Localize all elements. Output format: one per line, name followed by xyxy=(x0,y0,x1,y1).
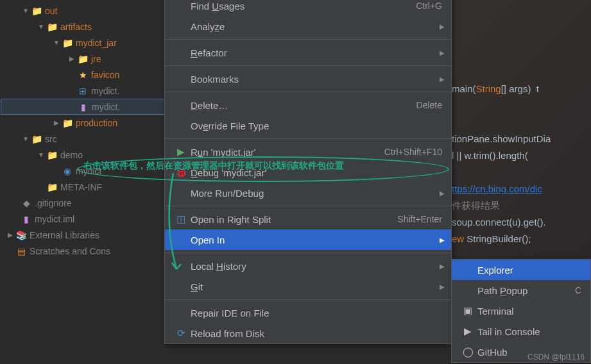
menu-local-history[interactable]: Local History▶ xyxy=(165,256,451,276)
submenu-explorer[interactable]: Explorer xyxy=(452,260,590,280)
menu-git[interactable]: Git▶ xyxy=(165,276,451,297)
terminal-icon: ▣ xyxy=(461,305,475,317)
tree-item-production[interactable]: ▶📁production xyxy=(0,115,167,131)
submenu-tail-console[interactable]: ▶Tail in Console xyxy=(452,321,590,342)
menu-open-right-split[interactable]: ◫Open in Right SplitShift+Enter xyxy=(165,209,451,229)
submenu-terminal[interactable]: ▣Terminal xyxy=(452,301,590,321)
tree-item-external-libraries[interactable]: ▶📚External Libraries xyxy=(0,227,167,243)
menu-repair-ide[interactable]: Repair IDE on File xyxy=(165,302,451,323)
tree-item-mydict-jar-file[interactable]: ▮mydict. xyxy=(1,99,167,115)
run-icon: ▶ xyxy=(174,146,188,158)
menu-analyze[interactable]: Analyze▶ xyxy=(165,16,451,37)
project-tree: ▼📁out ▼📁artifacts ▼📁mydict_jar ▶📁jre ★fa… xyxy=(0,0,167,364)
menu-run[interactable]: ▶Run 'mydict.jar'Ctrl+Shift+F10 xyxy=(165,142,451,162)
submenu-path-popup[interactable]: Path PopupC xyxy=(452,280,590,301)
menu-find-usages[interactable]: Find UsagesCtrl+G xyxy=(165,0,451,16)
tree-item-meta-inf[interactable]: 📁META-INF xyxy=(0,179,167,195)
menu-bookmarks[interactable]: Bookmarks▶ xyxy=(165,69,451,89)
tree-item-src[interactable]: ▼📁src xyxy=(0,131,167,147)
code-editor: main(String[] args) t tionPane.showInput… xyxy=(452,64,551,247)
split-icon: ◫ xyxy=(174,213,188,225)
tree-item-gitignore[interactable]: ◆.gitignore xyxy=(0,195,167,211)
tree-item-mydict-exe[interactable]: ⊞mydict. xyxy=(0,83,167,99)
annotation-text: 右击该软件包，然后在资源管理器中打开就可以找到该软件包位置 xyxy=(83,160,344,172)
menu-open-in[interactable]: Open In▶ xyxy=(165,229,451,250)
menu-reload-from-disk[interactable]: ⟳Reload from Disk xyxy=(165,323,451,343)
menu-override-file-type[interactable]: Override File Type xyxy=(165,115,451,136)
github-icon: ◯ xyxy=(461,346,475,358)
tree-item-jre[interactable]: ▶📁jre xyxy=(0,51,167,67)
open-in-submenu: Explorer Path PopupC ▣Terminal ▶Tail in … xyxy=(451,259,591,363)
menu-more-run-debug[interactable]: More Run/Debug▶ xyxy=(165,183,451,203)
tree-item-mydict-iml[interactable]: ▮mydict.iml xyxy=(0,211,167,227)
tree-item-mydict-jar[interactable]: ▼📁mydict_jar xyxy=(0,35,167,51)
watermark: CSDN @fpl1116 xyxy=(527,352,585,361)
tree-item-favicon[interactable]: ★favicon xyxy=(0,67,167,83)
reload-icon: ⟳ xyxy=(174,327,188,339)
menu-refactor[interactable]: Refactor▶ xyxy=(165,42,451,63)
tree-item-out[interactable]: ▼📁out xyxy=(0,3,167,19)
play-icon: ▶ xyxy=(461,326,475,337)
context-menu: Find UsagesCtrl+G Analyze▶ Refactor▶ Boo… xyxy=(164,0,452,344)
tree-item-scratches[interactable]: ▤Scratches and Cons xyxy=(0,243,167,259)
tree-item-artifacts[interactable]: ▼📁artifacts xyxy=(0,19,167,35)
menu-delete[interactable]: Delete…Delete xyxy=(165,95,451,115)
